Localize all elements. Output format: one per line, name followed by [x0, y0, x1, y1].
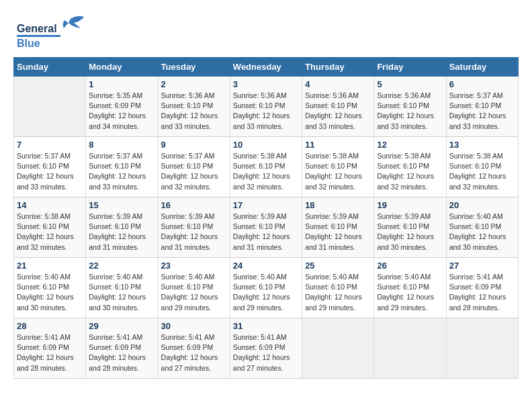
- day-cell: [302, 318, 374, 379]
- day-info: Sunrise: 5:40 AMSunset: 6:10 PMDaylight:…: [161, 272, 227, 313]
- day-number: 16: [161, 200, 227, 210]
- day-number: 11: [305, 140, 371, 150]
- day-info: Sunrise: 5:38 AMSunset: 6:10 PMDaylight:…: [449, 151, 515, 192]
- col-header-wednesday: Wednesday: [230, 58, 302, 77]
- day-number: 27: [449, 261, 515, 271]
- col-header-thursday: Thursday: [302, 58, 374, 77]
- calendar-table: SundayMondayTuesdayWednesdayThursdayFrid…: [13, 57, 519, 379]
- day-number: 17: [233, 200, 299, 210]
- day-info: Sunrise: 5:41 AMSunset: 6:09 PMDaylight:…: [89, 332, 154, 373]
- svg-text:General: General: [17, 23, 57, 34]
- day-cell: 14Sunrise: 5:38 AMSunset: 6:10 PMDayligh…: [14, 197, 86, 258]
- day-info: Sunrise: 5:36 AMSunset: 6:10 PMDaylight:…: [161, 91, 227, 132]
- day-cell: 6Sunrise: 5:37 AMSunset: 6:10 PMDaylight…: [446, 77, 518, 137]
- day-cell: 18Sunrise: 5:39 AMSunset: 6:10 PMDayligh…: [302, 197, 374, 258]
- day-number: 20: [449, 200, 515, 210]
- day-info: Sunrise: 5:40 AMSunset: 6:10 PMDaylight:…: [449, 212, 515, 253]
- col-header-friday: Friday: [374, 58, 446, 77]
- day-number: 30: [161, 321, 227, 331]
- day-number: 6: [449, 79, 515, 89]
- day-info: Sunrise: 5:37 AMSunset: 6:10 PMDaylight:…: [17, 151, 83, 192]
- day-number: 26: [377, 261, 443, 271]
- day-cell: 31Sunrise: 5:41 AMSunset: 6:09 PMDayligh…: [230, 318, 302, 379]
- day-cell: [374, 318, 446, 379]
- day-info: Sunrise: 5:36 AMSunset: 6:10 PMDaylight:…: [233, 91, 299, 132]
- day-cell: [14, 77, 86, 137]
- day-number: 25: [305, 261, 371, 271]
- day-cell: 10Sunrise: 5:38 AMSunset: 6:10 PMDayligh…: [230, 137, 302, 197]
- day-info: Sunrise: 5:38 AMSunset: 6:10 PMDaylight:…: [305, 151, 371, 192]
- day-cell: 15Sunrise: 5:39 AMSunset: 6:10 PMDayligh…: [86, 197, 158, 258]
- day-number: 2: [161, 79, 227, 89]
- col-header-monday: Monday: [86, 58, 158, 77]
- day-info: Sunrise: 5:37 AMSunset: 6:10 PMDaylight:…: [449, 91, 515, 132]
- day-cell: 25Sunrise: 5:40 AMSunset: 6:10 PMDayligh…: [302, 258, 374, 318]
- day-number: 9: [161, 140, 227, 150]
- week-row-4: 21Sunrise: 5:40 AMSunset: 6:10 PMDayligh…: [14, 258, 519, 318]
- day-info: Sunrise: 5:36 AMSunset: 6:10 PMDaylight:…: [305, 91, 371, 132]
- day-info: Sunrise: 5:37 AMSunset: 6:10 PMDaylight:…: [161, 151, 227, 192]
- day-number: 4: [305, 79, 371, 89]
- day-cell: 5Sunrise: 5:36 AMSunset: 6:10 PMDaylight…: [374, 77, 446, 137]
- week-row-3: 14Sunrise: 5:38 AMSunset: 6:10 PMDayligh…: [14, 197, 519, 258]
- week-row-1: 1Sunrise: 5:35 AMSunset: 6:09 PMDaylight…: [14, 77, 519, 137]
- logo: General Blue: [13, 13, 87, 50]
- day-info: Sunrise: 5:39 AMSunset: 6:10 PMDaylight:…: [377, 212, 443, 253]
- day-number: 22: [89, 261, 154, 271]
- day-cell: 13Sunrise: 5:38 AMSunset: 6:10 PMDayligh…: [446, 137, 518, 197]
- day-cell: 24Sunrise: 5:40 AMSunset: 6:10 PMDayligh…: [230, 258, 302, 318]
- day-info: Sunrise: 5:35 AMSunset: 6:09 PMDaylight:…: [89, 91, 154, 132]
- day-info: Sunrise: 5:40 AMSunset: 6:10 PMDaylight:…: [89, 272, 154, 313]
- day-cell: 22Sunrise: 5:40 AMSunset: 6:10 PMDayligh…: [86, 258, 158, 318]
- day-info: Sunrise: 5:39 AMSunset: 6:10 PMDaylight:…: [305, 212, 371, 253]
- day-cell: 4Sunrise: 5:36 AMSunset: 6:10 PMDaylight…: [302, 77, 374, 137]
- day-number: 1: [89, 79, 154, 89]
- day-cell: 20Sunrise: 5:40 AMSunset: 6:10 PMDayligh…: [446, 197, 518, 258]
- day-cell: 1Sunrise: 5:35 AMSunset: 6:09 PMDaylight…: [86, 77, 158, 137]
- svg-rect-1: [17, 35, 60, 37]
- day-cell: 12Sunrise: 5:38 AMSunset: 6:10 PMDayligh…: [374, 137, 446, 197]
- day-cell: 26Sunrise: 5:40 AMSunset: 6:10 PMDayligh…: [374, 258, 446, 318]
- day-number: 10: [233, 140, 299, 150]
- day-cell: 3Sunrise: 5:36 AMSunset: 6:10 PMDaylight…: [230, 77, 302, 137]
- day-info: Sunrise: 5:40 AMSunset: 6:10 PMDaylight:…: [305, 272, 371, 313]
- page-header: General Blue: [13, 13, 519, 50]
- day-info: Sunrise: 5:39 AMSunset: 6:10 PMDaylight:…: [161, 212, 227, 253]
- day-info: Sunrise: 5:40 AMSunset: 6:10 PMDaylight:…: [377, 272, 443, 313]
- day-cell: 28Sunrise: 5:41 AMSunset: 6:09 PMDayligh…: [14, 318, 86, 379]
- col-header-sunday: Sunday: [14, 58, 86, 77]
- day-cell: 7Sunrise: 5:37 AMSunset: 6:10 PMDaylight…: [14, 137, 86, 197]
- day-cell: 21Sunrise: 5:40 AMSunset: 6:10 PMDayligh…: [14, 258, 86, 318]
- day-number: 31: [233, 321, 299, 331]
- week-row-2: 7Sunrise: 5:37 AMSunset: 6:10 PMDaylight…: [14, 137, 519, 197]
- day-cell: 9Sunrise: 5:37 AMSunset: 6:10 PMDaylight…: [158, 137, 230, 197]
- day-number: 7: [17, 140, 83, 150]
- day-number: 21: [17, 261, 83, 271]
- header-row: SundayMondayTuesdayWednesdayThursdayFrid…: [14, 58, 519, 77]
- day-cell: 30Sunrise: 5:41 AMSunset: 6:09 PMDayligh…: [158, 318, 230, 379]
- day-number: 29: [89, 321, 154, 331]
- day-info: Sunrise: 5:41 AMSunset: 6:09 PMDaylight:…: [449, 272, 515, 313]
- day-cell: 17Sunrise: 5:39 AMSunset: 6:10 PMDayligh…: [230, 197, 302, 258]
- day-number: 19: [377, 200, 443, 210]
- day-number: 28: [17, 321, 83, 331]
- day-cell: 27Sunrise: 5:41 AMSunset: 6:09 PMDayligh…: [446, 258, 518, 318]
- day-number: 24: [233, 261, 299, 271]
- day-info: Sunrise: 5:39 AMSunset: 6:10 PMDaylight:…: [233, 212, 299, 253]
- day-number: 8: [89, 140, 154, 150]
- day-info: Sunrise: 5:41 AMSunset: 6:09 PMDaylight:…: [161, 332, 227, 373]
- col-header-tuesday: Tuesday: [158, 58, 230, 77]
- day-info: Sunrise: 5:40 AMSunset: 6:10 PMDaylight:…: [17, 272, 83, 313]
- day-number: 23: [161, 261, 227, 271]
- day-info: Sunrise: 5:41 AMSunset: 6:09 PMDaylight:…: [233, 332, 299, 373]
- day-info: Sunrise: 5:39 AMSunset: 6:10 PMDaylight:…: [89, 212, 154, 253]
- day-number: 13: [449, 140, 515, 150]
- day-info: Sunrise: 5:41 AMSunset: 6:09 PMDaylight:…: [17, 332, 83, 373]
- day-number: 12: [377, 140, 443, 150]
- day-info: Sunrise: 5:38 AMSunset: 6:10 PMDaylight:…: [377, 151, 443, 192]
- day-number: 3: [233, 79, 299, 89]
- col-header-saturday: Saturday: [446, 58, 518, 77]
- svg-text:Blue: Blue: [17, 38, 40, 49]
- day-number: 15: [89, 200, 154, 210]
- logo-svg: General Blue: [13, 13, 87, 50]
